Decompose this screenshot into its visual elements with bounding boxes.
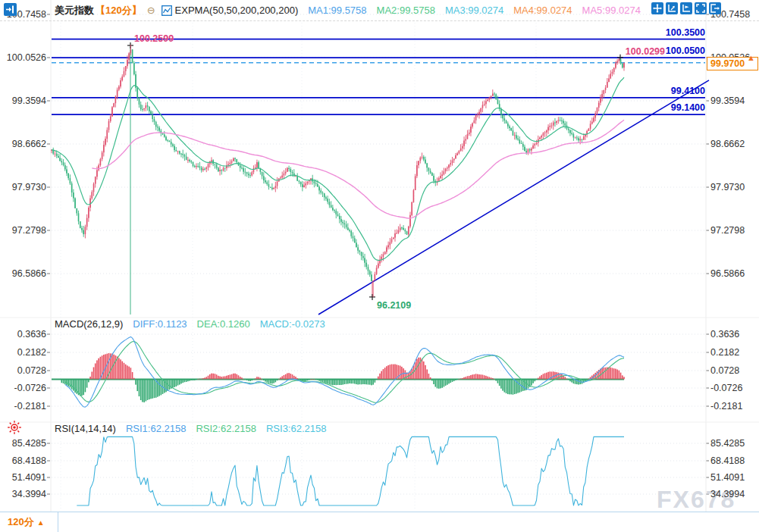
rsi-value: RSI1:62.2158 bbox=[126, 423, 187, 434]
chart-application: FX678 美元指数 【120分】 ⊖ EXPMA(50,50,200,200,… bbox=[0, 0, 759, 532]
high-marker-label: 100.2599 bbox=[134, 33, 174, 44]
macd-axis-label: -0.0726 bbox=[710, 383, 742, 393]
chart-plot-area[interactable] bbox=[0, 0, 759, 532]
main-axis-label: 100.0526 bbox=[2, 52, 46, 63]
move-icon[interactable] bbox=[651, 2, 663, 14]
level-label: 100.3500 bbox=[666, 27, 705, 38]
rsi-value: RSI2:62.2158 bbox=[196, 423, 256, 434]
ma-values: MA1:99.5758MA2:99.5758MA3:99.0274MA4:99.… bbox=[298, 5, 641, 16]
macd-axis-label: -0.2181 bbox=[710, 401, 742, 412]
chart-flag-icon[interactable] bbox=[680, 2, 692, 14]
macd-axis-label: -0.2181 bbox=[2, 401, 46, 412]
low-marker-label: 96.2109 bbox=[377, 300, 411, 311]
timeframe-value: 120分 bbox=[8, 516, 34, 527]
timeframe-selector[interactable]: 120分▲ bbox=[0, 512, 58, 532]
ma-value: MA1:99.5758 bbox=[308, 5, 366, 16]
macd-axis-label: 0.2182 bbox=[710, 347, 739, 358]
macd-value: DEA:0.1260 bbox=[197, 318, 250, 330]
rsi-axis-label: 51.4091 bbox=[2, 472, 46, 483]
ma-value: MA4:99.0274 bbox=[513, 5, 572, 16]
rsi-name: RSI(14,14,14) bbox=[55, 423, 116, 434]
bottom-bar: 120分▲ 07/1908/1209/0309/2510/17 bbox=[0, 512, 759, 532]
rsi-axis-label: 68.4188 bbox=[2, 455, 46, 466]
macd-axis-label: 0.0728 bbox=[2, 365, 46, 376]
timeframe-arrow-icon: ▲ bbox=[37, 518, 45, 527]
macd-axis-label: 0.3636 bbox=[710, 329, 739, 340]
macd-name: MACD(26,12,9) bbox=[55, 318, 123, 330]
rsi-axis-label: 68.4188 bbox=[710, 455, 745, 466]
main-axis-label: 99.3594 bbox=[2, 95, 46, 106]
macd-axis-label: 0.3636 bbox=[2, 329, 46, 340]
main-axis-label: 97.2798 bbox=[2, 225, 46, 236]
fullscreen-icon[interactable] bbox=[695, 2, 707, 14]
ma-value: MA3:99.0274 bbox=[445, 5, 503, 16]
rsi-axis-label: 85.4285 bbox=[710, 438, 745, 449]
main-axis-label: 97.9730 bbox=[710, 182, 745, 192]
macd-axis-label: 0.0728 bbox=[710, 365, 739, 376]
recent-high-marker-label: 100.0299 bbox=[626, 46, 665, 57]
axis-frame-icon[interactable] bbox=[666, 2, 678, 14]
main-axis-label: 98.6662 bbox=[2, 139, 46, 149]
rsi-header: RSI(14,14,14)RSI1:62.2158RSI2:62.2158RSI… bbox=[55, 423, 326, 434]
level-label: 99.1400 bbox=[671, 102, 705, 113]
main-axis-label: 97.2798 bbox=[710, 225, 745, 236]
alert-sun-icon[interactable] bbox=[7, 420, 22, 435]
main-axis-label: 98.6662 bbox=[710, 139, 745, 149]
rsi-axis-label: 34.3994 bbox=[710, 489, 745, 499]
indicator-name: EXPMA(50,50,200,200,200) bbox=[175, 5, 299, 16]
rsi-axis-label: 51.4091 bbox=[710, 472, 745, 483]
timeframe-label: 【120分】 bbox=[96, 4, 142, 17]
chart-toolbar bbox=[651, 2, 721, 14]
macd-header: MACD(26,12,9)DIFF:0.1123DEA:0.1260MACD:-… bbox=[55, 318, 325, 330]
main-axis-label: 97.9730 bbox=[2, 182, 46, 192]
macd-value: DIFF:0.1123 bbox=[133, 318, 187, 330]
instrument-title: 美元指数 bbox=[55, 4, 94, 17]
ma-value: MA5:99.0274 bbox=[582, 5, 641, 16]
panel-toggle-icon[interactable] bbox=[4, 3, 17, 16]
main-axis-label: 96.5866 bbox=[710, 268, 745, 279]
line-chart-icon bbox=[162, 5, 172, 16]
macd-value: MACD:-0.0273 bbox=[260, 318, 325, 330]
chart-header: 美元指数 【120分】 ⊖ EXPMA(50,50,200,200,200) M… bbox=[0, 0, 759, 21]
main-axis-label: 99.3594 bbox=[710, 95, 745, 106]
exit-icon[interactable] bbox=[709, 2, 721, 14]
rsi-value: RSI3:62.2158 bbox=[266, 423, 327, 434]
level-label: 100.0500 bbox=[666, 45, 705, 56]
indicator-collapse-icon[interactable]: ⊖ bbox=[147, 5, 155, 16]
ma-value: MA2:99.5758 bbox=[377, 5, 435, 16]
rsi-axis-label: 34.3994 bbox=[2, 489, 46, 499]
level-label: 99.4100 bbox=[671, 86, 705, 96]
main-axis-label: 96.5866 bbox=[2, 268, 46, 279]
rsi-axis-label: 85.4285 bbox=[2, 438, 46, 449]
macd-axis-label: -0.0726 bbox=[2, 383, 46, 393]
price-up-arrow-icon: ▲ bbox=[747, 53, 755, 62]
macd-axis-label: 0.2182 bbox=[2, 347, 46, 358]
